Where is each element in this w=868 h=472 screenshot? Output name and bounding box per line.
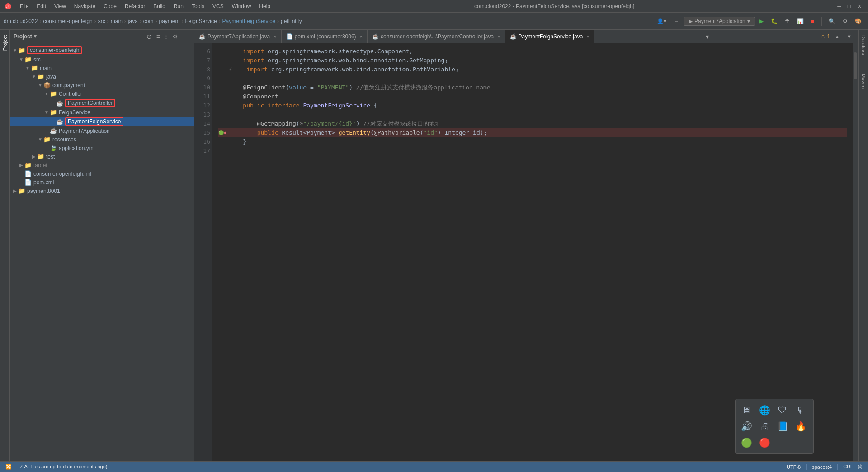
maximize-btn[interactable]: □ xyxy=(845,2,854,11)
maven-tab[interactable]: Maven xyxy=(859,70,868,92)
tree-java[interactable]: ▼ 📁 java xyxy=(10,72,194,81)
tab-more-btn[interactable]: ▾ xyxy=(702,33,712,40)
menu-edit[interactable]: Edit xyxy=(33,2,50,10)
gutter-16 xyxy=(218,137,227,146)
tree-com-payment[interactable]: ▼ 📦 com.payment xyxy=(10,81,194,89)
tree-arrow xyxy=(50,119,56,124)
tab-close[interactable]: × xyxy=(586,34,589,39)
git-icon[interactable]: 🔀 xyxy=(4,464,14,470)
tray-icon-green[interactable]: 🟢 xyxy=(739,435,754,450)
breadcrumb-payment[interactable]: payment xyxy=(159,18,180,24)
tree-arrow: ▼ xyxy=(12,48,18,53)
menu-help[interactable]: Help xyxy=(255,2,274,10)
debug-btn[interactable]: 🐛 xyxy=(768,17,780,26)
run-btn[interactable]: ▶ xyxy=(757,17,766,26)
status-encoding[interactable]: UTF-8 xyxy=(785,464,802,470)
tab-close[interactable]: × xyxy=(497,34,500,39)
tree-feignservice-folder[interactable]: ▼ 📁 FeignService xyxy=(10,108,194,117)
tree-consumer-openfeigh[interactable]: ▼ 📁 consumer-openfeigh xyxy=(10,45,194,55)
menu-refactor[interactable]: Refactor xyxy=(121,2,149,10)
breadcrumb-java[interactable]: java xyxy=(128,18,138,24)
tab-paymentcontroller[interactable]: ☕ consumer-openfeigh\...\PaymentControll… xyxy=(368,30,505,43)
profile-btn[interactable]: 📊 xyxy=(794,17,807,26)
tray-icon-monitor[interactable]: 🖥 xyxy=(739,403,754,417)
tray-icon-shield[interactable]: 🛡 xyxy=(775,403,790,417)
tree-label-main: main xyxy=(40,65,52,71)
folder-icon: 📁 xyxy=(50,90,57,97)
tree-controller-folder[interactable]: ▼ 📁 Controller xyxy=(10,89,194,98)
tree-paymentcontroller[interactable]: ☕ PaymentController xyxy=(10,98,194,108)
code-line-6: import org.springframework.stereotype.Co… xyxy=(218,47,847,56)
menu-code[interactable]: Code xyxy=(100,2,120,10)
breadcrumb-module[interactable]: consumer-openfeigh xyxy=(43,18,92,24)
status-extra[interactable]: CRLF 简 xyxy=(841,463,864,470)
menu-run[interactable]: Run xyxy=(170,2,187,10)
menu-view[interactable]: View xyxy=(51,2,70,10)
tab-paymentfeignservice[interactable]: ☕ PaymentFeignService.java × xyxy=(505,30,594,43)
search-everywhere-btn[interactable]: 🔍 xyxy=(826,17,838,26)
tab-label: Payment7Application.java xyxy=(208,33,270,40)
breadcrumb-com[interactable]: com xyxy=(143,18,154,24)
tree-resources[interactable]: ▼ 📁 resources xyxy=(10,135,194,144)
scrollbar-thumb[interactable] xyxy=(854,52,857,79)
breadcrumb-root[interactable]: dm.cloud2022 xyxy=(4,18,38,24)
tray-icon-mic[interactable]: 🎙 xyxy=(793,403,808,417)
ide-settings-btn[interactable]: 🎨 xyxy=(852,17,864,26)
database-tab[interactable]: Database xyxy=(859,32,868,60)
breadcrumb-method[interactable]: getEntity xyxy=(281,18,302,24)
tree-pomxml[interactable]: 📄 pom.xml xyxy=(10,178,194,187)
scroll-down-btn[interactable]: ▼ xyxy=(844,33,854,41)
tree-iml[interactable]: 📄 consumer-openfeigh.iml xyxy=(10,169,194,178)
run-config-dropdown[interactable]: ▶ Payment7Application ▾ xyxy=(684,17,755,26)
tree-payment8001[interactable]: ▶ 📁 payment8001 xyxy=(10,187,194,195)
editor-scrollbar[interactable] xyxy=(853,43,858,461)
gear-btn[interactable]: ⚙ xyxy=(171,33,179,41)
tray-icon-network[interactable]: 🌐 xyxy=(757,403,772,417)
tray-icon-bluetooth[interactable]: 📘 xyxy=(775,419,790,434)
line-numbers: 6 7 8 9 10 11 12 13 14 15 16 17 xyxy=(194,43,212,461)
coverage-btn[interactable]: ☂ xyxy=(782,17,793,26)
tree-payment7app[interactable]: ☕ Payment7Application xyxy=(10,126,194,135)
tree-paymentfeignservice[interactable]: ☕ PaymentFeignService xyxy=(10,117,194,126)
close-btn[interactable]: ✕ xyxy=(854,2,864,11)
breadcrumb-class[interactable]: PaymentFeignService xyxy=(222,18,275,24)
toolbar-search-btn[interactable]: 👤▾ xyxy=(654,17,669,26)
menu-tools[interactable]: Tools xyxy=(188,2,208,10)
tray-icon-print[interactable]: 🖨 xyxy=(757,419,772,434)
menu-window[interactable]: Window xyxy=(228,2,255,10)
settings-btn[interactable]: ⚙ xyxy=(840,17,850,26)
tab-pomxml[interactable]: 📄 pom.xml (consumer8006) × xyxy=(282,30,368,43)
status-spaces[interactable]: spaces:4 xyxy=(810,464,834,470)
line-num-10: 10 xyxy=(196,83,210,92)
tree-main[interactable]: ▼ 📁 main xyxy=(10,64,194,72)
breadcrumb-src[interactable]: src xyxy=(98,18,105,24)
tree-src[interactable]: ▼ 📁 src xyxy=(10,55,194,64)
tree-target[interactable]: ▶ 📁 target xyxy=(10,161,194,169)
collapse-btn[interactable]: ≡ xyxy=(155,33,161,41)
line-num-12: 12 xyxy=(196,101,210,110)
hide-btn[interactable]: — xyxy=(181,33,190,41)
scroll-up-btn[interactable]: ▲ xyxy=(832,33,842,41)
menu-file[interactable]: File xyxy=(16,2,32,10)
project-tab[interactable]: Project xyxy=(1,32,9,54)
toolbar-nav-back[interactable]: ← xyxy=(671,17,682,26)
stop-btn[interactable]: ■ xyxy=(808,17,817,26)
tray-icon-fire[interactable]: 🔥 xyxy=(793,419,808,434)
tab-payment7app[interactable]: ☕ Payment7Application.java × xyxy=(194,30,282,43)
gutter-15: 🟢 ◆ xyxy=(218,128,227,137)
tray-icon-volume[interactable]: 🔊 xyxy=(739,419,754,434)
minimize-btn[interactable]: ─ xyxy=(835,2,844,11)
tree-arrow: ▼ xyxy=(37,83,43,88)
menu-build[interactable]: Build xyxy=(150,2,169,10)
breadcrumb-main[interactable]: main xyxy=(111,18,123,24)
tab-close[interactable]: × xyxy=(274,34,276,39)
tree-test[interactable]: ▶ 📁 test xyxy=(10,152,194,161)
tab-close[interactable]: × xyxy=(360,34,363,39)
locate-btn[interactable]: ⊙ xyxy=(145,33,153,41)
menu-navigate[interactable]: Navigate xyxy=(71,2,99,10)
tray-icon-orange[interactable]: 🔴 xyxy=(757,435,772,450)
breadcrumb-feign[interactable]: FeignService xyxy=(185,18,217,24)
tree-appyml[interactable]: 🍃 application.yml xyxy=(10,144,194,152)
sort-btn[interactable]: ↕ xyxy=(163,33,169,41)
menu-vcs[interactable]: VCS xyxy=(209,2,227,10)
